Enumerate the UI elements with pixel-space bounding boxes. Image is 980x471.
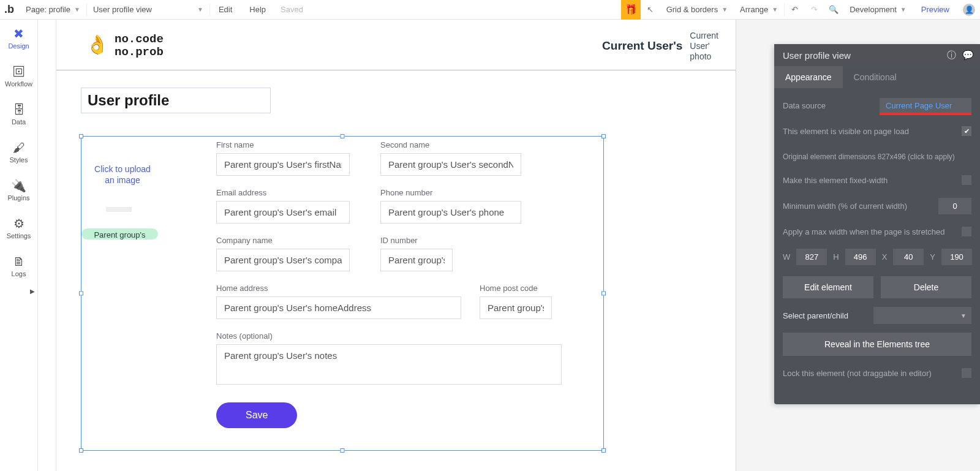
w-input[interactable]: [796, 249, 827, 265]
y-input[interactable]: [941, 249, 972, 265]
email-input[interactable]: [216, 201, 350, 224]
home-post-input[interactable]: [480, 296, 552, 319]
dimensions-row: W H X Y: [783, 249, 971, 265]
chevron-down-icon: ▼: [960, 312, 967, 319]
select-parent-label: Select parent/child: [783, 311, 848, 320]
h-input[interactable]: [845, 249, 876, 265]
data-source-value[interactable]: Current Page User: [880, 98, 971, 113]
w-label: W: [783, 252, 790, 262]
sidebar-item-styles[interactable]: 🖌 Styles: [0, 134, 37, 171]
property-panel: User profile view ⓘ 💬 Appearance Conditi…: [774, 44, 980, 404]
data-icon: 🗄: [13, 104, 25, 116]
grid-borders-dropdown[interactable]: Grid & borders▼: [660, 5, 734, 14]
upload-image-text[interactable]: Click to upload an image: [89, 164, 156, 186]
help-link[interactable]: Help: [241, 5, 274, 14]
cursor-icon[interactable]: ↖: [641, 5, 660, 14]
workflow-icon: 🞖: [13, 66, 25, 78]
canvas: 👌 no.code no.prob Current User's Current…: [56, 20, 980, 471]
select-parent-dropdown[interactable]: ▼: [873, 307, 971, 324]
gift-icon[interactable]: 🎁: [621, 0, 641, 20]
fixed-width-checkbox[interactable]: [962, 175, 971, 185]
h-label: H: [833, 252, 839, 262]
sidebar-item-workflow[interactable]: 🞖 Workflow: [0, 58, 37, 96]
undo-icon[interactable]: ↶: [785, 5, 804, 14]
company-input[interactable]: [216, 249, 350, 271]
red-underline: [880, 113, 971, 115]
edit-element-button[interactable]: Edit element: [783, 276, 873, 298]
preview-link[interactable]: Preview: [913, 5, 958, 14]
panel-header[interactable]: User profile view ⓘ 💬: [774, 44, 980, 66]
resize-handle[interactable]: [601, 134, 606, 138]
comment-icon[interactable]: 💬: [962, 50, 974, 61]
header-right: Current User's Current User' photo: [602, 31, 718, 61]
phone-label: Phone number: [380, 188, 521, 197]
visible-checkbox[interactable]: ✔: [962, 126, 971, 136]
second-name-input[interactable]: [380, 153, 521, 176]
x-input[interactable]: [893, 249, 924, 265]
reveal-button[interactable]: Reveal in the Elements tree: [783, 333, 971, 356]
plugins-icon: 🔌: [11, 179, 26, 192]
resize-handle[interactable]: [79, 448, 83, 453]
redo-icon[interactable]: ↷: [804, 5, 824, 14]
home-addr-input[interactable]: [216, 296, 461, 319]
gutter: [38, 20, 56, 471]
delete-button[interactable]: Delete: [881, 276, 971, 298]
fixed-width-label: Make this element fixed-width: [783, 176, 888, 185]
min-width-input[interactable]: [938, 198, 971, 214]
first-name-input[interactable]: [216, 153, 350, 176]
sidebar-item-settings[interactable]: ⚙ Settings: [0, 209, 37, 247]
first-name-label: First name: [216, 140, 350, 149]
ok-hand-icon: 👌: [86, 36, 108, 56]
search-icon[interactable]: 🔍: [824, 5, 843, 14]
home-post-label: Home post code: [480, 284, 552, 293]
field-email: Email address: [216, 188, 350, 224]
element-dropdown[interactable]: User profile view ▼: [87, 1, 209, 19]
lock-label: Lock this element (not draggable in edit…: [783, 369, 932, 378]
tab-appearance[interactable]: Appearance: [774, 66, 843, 88]
field-notes: Notes (optional) Parent group's User's n…: [216, 331, 562, 386]
second-name-label: Second name: [380, 140, 521, 149]
edit-link[interactable]: Edit: [210, 5, 241, 14]
resize-handle[interactable]: [79, 134, 83, 138]
lock-checkbox[interactable]: [962, 368, 971, 378]
info-icon[interactable]: ⓘ: [947, 50, 956, 61]
home-addr-label: Home address: [216, 284, 461, 293]
user-avatar[interactable]: 👤: [963, 4, 975, 16]
resize-handle[interactable]: [601, 292, 606, 296]
selected-group[interactable]: Click to upload an image Parent group's …: [81, 136, 604, 451]
sidebar-item-plugins[interactable]: 🔌 Plugins: [0, 171, 37, 209]
panel-body: Data source Current Page User This eleme…: [774, 88, 980, 404]
sidebar-item-design[interactable]: ✖ Design: [0, 20, 37, 58]
resize-handle[interactable]: [341, 134, 345, 138]
parent-group-user-label: Parent group's User's: [81, 228, 158, 239]
sidebar-item-logs[interactable]: 🗎 Logs: [0, 247, 37, 285]
environment-dropdown[interactable]: Development▼: [843, 5, 913, 14]
page-title-element[interactable]: User profile: [81, 88, 271, 113]
settings-icon: ⚙: [13, 217, 24, 230]
min-width-label: Minimum width (% of current width): [783, 202, 907, 211]
max-width-checkbox[interactable]: [962, 227, 971, 236]
arrange-dropdown[interactable]: Arrange▼: [734, 5, 784, 14]
design-icon: ✖: [13, 28, 24, 40]
resize-handle[interactable]: [341, 448, 345, 453]
page-header: 👌 no.code no.prob Current User's Current…: [56, 20, 736, 70]
email-label: Email address: [216, 188, 350, 197]
page-surface[interactable]: 👌 no.code no.prob Current User's Current…: [56, 20, 736, 471]
dimensions-text[interactable]: Original element dimensions 827x496 (cli…: [783, 153, 955, 161]
y-label: Y: [930, 252, 935, 262]
tab-conditional[interactable]: Conditional: [843, 66, 908, 88]
id-input[interactable]: [380, 249, 453, 271]
current-user-label: Current User's: [602, 39, 682, 53]
left-sidebar: ✖ Design 🞖 Workflow 🗄 Data 🖌 Styles 🔌 Pl…: [0, 20, 38, 471]
resize-handle[interactable]: [79, 292, 83, 296]
save-button[interactable]: Save: [216, 402, 297, 428]
collapse-rail-icon[interactable]: ▶: [0, 288, 37, 295]
resize-handle[interactable]: [601, 448, 606, 453]
phone-input[interactable]: [380, 201, 521, 224]
sidebar-item-data[interactable]: 🗄 Data: [0, 96, 37, 134]
page-dropdown[interactable]: Page: profile ▼: [20, 1, 86, 19]
field-second-name: Second name: [380, 140, 521, 176]
field-home-address: Home address: [216, 284, 461, 319]
notes-input[interactable]: Parent group's User's notes: [216, 344, 562, 385]
x-label: X: [882, 252, 888, 262]
